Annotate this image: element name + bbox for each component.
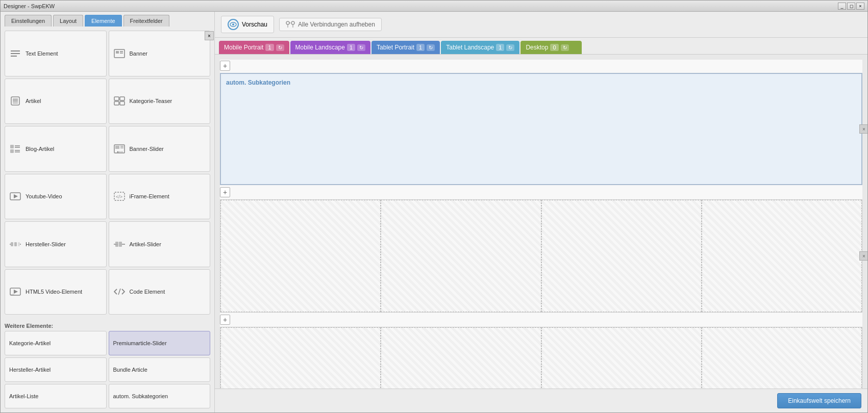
weitere-kategorie-artikel[interactable]: Kategorie-Artikel bbox=[5, 331, 107, 355]
save-button[interactable]: Einkaufswelt speichern bbox=[777, 393, 861, 408]
row-2-close-button[interactable]: × bbox=[859, 251, 867, 261]
bp-tab-desktop[interactable]: Desktop 0 ↻ bbox=[520, 41, 582, 54]
disconnect-button[interactable]: Alle Verbindungen aufheben bbox=[279, 18, 382, 31]
svg-rect-12 bbox=[114, 101, 119, 105]
text-element-icon bbox=[9, 47, 21, 60]
bp-tab-mobile-portrait[interactable]: Mobile Portrait 1 ↻ bbox=[219, 41, 289, 54]
svg-rect-35 bbox=[119, 242, 122, 247]
svg-text:→: → bbox=[122, 242, 125, 247]
svg-rect-31 bbox=[11, 242, 13, 246]
svg-text:←: ← bbox=[114, 242, 118, 247]
grid-cell-6[interactable] bbox=[381, 327, 541, 389]
weitere-premiumarticle-slider[interactable]: Premiumarticle-Slider bbox=[109, 331, 211, 355]
window-title: Designer - SwpEKW bbox=[4, 3, 55, 9]
row-1-close-button[interactable]: × bbox=[859, 124, 867, 134]
canvas-row-1-content: autom. Subkategorien bbox=[220, 73, 862, 185]
breakpoint-tabs: Mobile Portrait 1 ↻ Mobile Landscape 1 ↻… bbox=[215, 38, 867, 55]
element-artikel-slider[interactable]: ←→ Artikel-Slider bbox=[109, 221, 211, 267]
panel-close-button[interactable]: × bbox=[205, 31, 214, 40]
element-code[interactable]: Code Element bbox=[109, 269, 211, 315]
grid-cell-3[interactable] bbox=[541, 200, 702, 312]
html5-video-icon: </> bbox=[9, 286, 21, 298]
svg-point-24 bbox=[117, 151, 118, 152]
tab-elemente[interactable]: Elemente bbox=[85, 15, 121, 27]
bp-tab-tablet-landscape[interactable]: Tablet Landscape 1 ↻ bbox=[441, 41, 519, 54]
canvas-row-3-grid bbox=[220, 327, 862, 389]
element-kategorie-teaser[interactable]: Kategorie-Teaser bbox=[109, 79, 211, 124]
bp-tablet-landscape-link[interactable]: ↻ bbox=[506, 44, 514, 51]
element-banner-slider[interactable]: Banner-Slider bbox=[109, 126, 211, 172]
element-text-element-label: Text Element bbox=[26, 50, 58, 57]
grid-cell-1[interactable] bbox=[220, 200, 381, 312]
bp-mobile-portrait-count: 1 bbox=[265, 44, 274, 51]
add-row-button-middle[interactable]: + bbox=[220, 187, 230, 197]
add-row-button-top[interactable]: + bbox=[220, 61, 230, 71]
tab-layout[interactable]: Layout bbox=[53, 15, 83, 27]
weitere-autom-subkategorien[interactable]: autom. Subkategorien bbox=[109, 384, 211, 408]
grid-cell-2[interactable] bbox=[381, 200, 541, 312]
grid-cell-4[interactable] bbox=[702, 200, 862, 312]
element-iframe[interactable]: </> iFrame-Element bbox=[109, 174, 211, 220]
element-banner-slider-label: Banner-Slider bbox=[130, 146, 164, 152]
weitere-hersteller-artikel-label: Hersteller-Artikel bbox=[9, 367, 51, 373]
canvas-area[interactable]: + autom. Subkategorien × + bbox=[215, 55, 867, 389]
preview-button[interactable]: Vorschau bbox=[221, 16, 274, 33]
bottom-bar: Einkaufswelt speichern bbox=[215, 389, 867, 412]
tab-freitextfelder[interactable]: Freitextfelder bbox=[123, 15, 169, 27]
window-controls: _ ◻ × bbox=[838, 3, 864, 10]
element-banner[interactable]: Banner bbox=[109, 31, 211, 76]
element-artikel-label: Artikel bbox=[26, 98, 41, 104]
main-layout: × Einstellungen Layout Elemente Freitext… bbox=[1, 12, 867, 412]
bp-desktop-link[interactable]: ↻ bbox=[561, 44, 569, 51]
right-panel: Vorschau Alle Verbindungen aufheben Mobi… bbox=[215, 12, 867, 412]
weitere-premiumarticle-slider-label: Premiumarticle-Slider bbox=[113, 340, 167, 346]
svg-rect-1 bbox=[11, 53, 20, 54]
bp-mobile-landscape-label: Mobile Landscape bbox=[295, 44, 345, 51]
disconnect-label: Alle Verbindungen aufheben bbox=[298, 21, 375, 28]
grid-cell-7[interactable] bbox=[541, 327, 702, 389]
bp-mobile-landscape-link[interactable]: ↻ bbox=[357, 44, 365, 51]
weitere-elements-grid: Kategorie-Artikel Premiumarticle-Slider … bbox=[1, 331, 214, 412]
svg-text:</>: </> bbox=[11, 293, 14, 296]
element-artikel-slider-label: Artikel-Slider bbox=[130, 241, 161, 247]
artikel-icon bbox=[9, 95, 21, 107]
bp-tablet-portrait-link[interactable]: ↻ bbox=[427, 44, 435, 51]
blog-artikel-icon bbox=[9, 143, 21, 155]
canvas-row-2-grid bbox=[220, 199, 862, 313]
grid-cell-8[interactable] bbox=[702, 327, 862, 389]
svg-point-25 bbox=[119, 151, 120, 152]
bp-tab-tablet-portrait[interactable]: Tablet Portrait 1 ↻ bbox=[371, 41, 440, 54]
grid-cell-5[interactable] bbox=[220, 327, 381, 389]
canvas-row-3 bbox=[220, 327, 862, 389]
minimize-button[interactable]: _ bbox=[838, 3, 846, 10]
bp-tablet-landscape-label: Tablet Landscape bbox=[446, 44, 494, 51]
element-html5-video[interactable]: </> HTML5 Video-Element bbox=[5, 269, 107, 315]
element-blog-artikel-label: Blog-Artikel bbox=[26, 146, 54, 152]
code-icon bbox=[113, 286, 126, 298]
restore-button[interactable]: ◻ bbox=[847, 3, 855, 10]
svg-rect-2 bbox=[11, 56, 17, 57]
element-hersteller-slider[interactable]: Hersteller-Slider bbox=[5, 221, 107, 267]
add-row-button-bottom[interactable]: + bbox=[220, 315, 230, 325]
svg-rect-11 bbox=[120, 97, 125, 100]
bp-tab-mobile-landscape[interactable]: Mobile Landscape 1 ↻ bbox=[290, 41, 371, 54]
weitere-bundle-article[interactable]: Bundle Article bbox=[109, 357, 211, 382]
tab-einstellungen[interactable]: Einstellungen bbox=[5, 15, 52, 27]
element-artikel[interactable]: Artikel bbox=[5, 79, 107, 124]
row-1-label: autom. Subkategorien bbox=[226, 79, 290, 86]
close-button[interactable]: × bbox=[856, 3, 864, 10]
banner-icon bbox=[113, 47, 126, 60]
svg-rect-4 bbox=[116, 51, 119, 54]
svg-rect-14 bbox=[10, 145, 14, 148]
bp-mobile-portrait-link[interactable]: ↻ bbox=[276, 44, 284, 51]
element-code-label: Code Element bbox=[130, 289, 165, 295]
element-blog-artikel[interactable]: Blog-Artikel bbox=[5, 126, 107, 172]
svg-rect-17 bbox=[10, 149, 14, 153]
element-text-element[interactable]: Text Element bbox=[5, 31, 107, 76]
hersteller-slider-icon bbox=[9, 238, 21, 250]
weitere-bundle-article-label: Bundle Article bbox=[113, 367, 147, 373]
weitere-artikel-liste[interactable]: Artikel-Liste bbox=[5, 384, 107, 408]
weitere-hersteller-artikel[interactable]: Hersteller-Artikel bbox=[5, 357, 107, 382]
element-youtube-video[interactable]: Youtube-Video bbox=[5, 174, 107, 220]
svg-rect-8 bbox=[13, 98, 18, 102]
